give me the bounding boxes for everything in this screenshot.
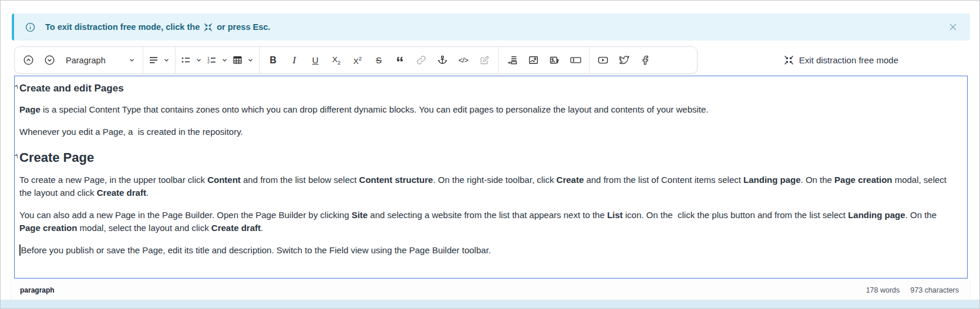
facebook-icon [641,55,651,65]
strikethrough-icon: S [376,55,382,65]
text-field-icon [570,55,581,65]
circle-chevron-up-icon [23,55,33,65]
block-quote-button[interactable]: “ [389,50,410,71]
distraction-free-editor-page: { "notification": { "text_before": "To e… [0,0,980,309]
bulleted-list-button[interactable] [179,50,204,71]
underline-button[interactable]: U [305,50,326,71]
insert-content-block-button[interactable] [501,50,523,71]
numbered-list-button[interactable]: 12 [204,50,230,71]
toolbar-separator [498,47,499,73]
insert-block-icon [507,55,517,65]
block-quote-icon: “ [396,55,404,71]
code-icon: </> [459,56,469,64]
superscript-icon: X2 [353,55,362,66]
counters: 178 words 973 characters [866,286,959,294]
image-icon [528,55,538,65]
editor-status-bar: paragraph 178 words 973 characters [11,279,970,301]
align-left-icon [149,55,159,65]
subscript-icon: X2 [332,55,341,66]
editor-heading: Create and edit Pages [19,82,960,96]
editor-paragraph: Whenever you edit a Page, a is created i… [19,125,960,138]
collapse-blocks-down-button[interactable] [39,50,60,71]
insert-table-button[interactable] [230,50,256,71]
editor-heading: Create Page [19,149,960,167]
underline-icon: U [312,55,319,65]
superscript-button[interactable]: X2 [347,50,368,71]
chevron-down-icon [247,57,254,63]
info-icon [25,22,35,32]
embed-facebook-button[interactable] [635,50,656,71]
circle-chevron-down-icon [45,55,55,65]
text-cursor [19,245,21,256]
svg-text:2: 2 [207,59,210,64]
editor-toolbar: Paragraph 12 B I [14,46,698,74]
block-type-indicator: paragraph [20,286,55,294]
embed-youtube-button[interactable] [592,50,614,71]
toolbar-separator [175,47,176,73]
notification-text: To exit distraction free mode, click the… [45,22,270,32]
embed-twitter-button[interactable] [614,50,635,71]
text-alignment-button[interactable] [146,50,172,71]
code-button[interactable]: </> [453,50,474,71]
exit-distraction-free-label: Exit distraction free mode [799,55,898,65]
paragraph-style-dropdown[interactable]: Paragraph [60,50,140,71]
insert-field-button[interactable] [565,50,586,71]
toolbar-row: Paragraph 12 B I [11,46,970,74]
editor-content-area[interactable]: Create and edit PagesPage is a special C… [14,76,968,279]
insert-image-button[interactable] [523,50,544,71]
close-notification-button[interactable] [947,21,959,33]
editor-paragraph: Before you publish or save the Page, edi… [19,244,960,257]
link-icon [416,55,426,65]
edit-pencil-icon [480,55,490,65]
chevron-down-icon [163,57,170,63]
italic-icon: I [292,55,296,66]
editor-paragraph: Page is a special Content Type that cont… [19,103,960,116]
notification-banner: To exit distraction free mode, click the… [12,13,970,40]
editor-paragraph: To create a new Page, in the upper toolb… [19,174,960,199]
chevron-down-icon [129,57,135,63]
toolbar-separator [143,47,143,73]
numbered-list-icon: 12 [207,55,217,65]
chevron-down-icon [196,57,202,63]
exit-distraction-free-button[interactable]: Exit distraction free mode [780,55,902,66]
subscript-button[interactable]: X2 [326,50,347,71]
editor-paragraph: You can also add a new Page in the Page … [19,209,960,235]
anchor-button[interactable] [432,50,453,71]
link-button[interactable] [410,50,432,71]
collapse-blocks-up-button[interactable] [18,50,39,71]
anchor-icon [437,55,447,65]
bulleted-list-icon [181,55,191,65]
heading-marker-icon [15,154,19,158]
exit-distraction-free-icon [204,23,213,32]
paragraph-style-value: Paragraph [66,56,106,65]
chevron-down-icon [221,57,228,63]
table-icon [233,55,243,65]
twitter-icon [619,55,629,65]
word-count: 178 words [866,286,900,294]
bold-button[interactable]: B [262,50,284,71]
toolbar-separator [259,47,260,73]
editor-card: To exit distraction free mode, click the… [11,1,970,301]
heading-marker-icon [15,84,19,89]
bold-icon: B [270,55,277,66]
source-editing-button[interactable] [474,50,495,71]
image-upload-icon [550,55,560,65]
page-background-strip [1,300,979,308]
close-icon [949,23,957,31]
character-count: 973 characters [910,286,959,294]
strikethrough-button[interactable]: S [368,50,389,71]
youtube-icon [598,55,608,65]
italic-button[interactable]: I [284,50,305,71]
exit-distraction-free-icon [784,55,794,65]
upload-image-button[interactable] [544,50,565,71]
toolbar-separator [589,47,590,73]
